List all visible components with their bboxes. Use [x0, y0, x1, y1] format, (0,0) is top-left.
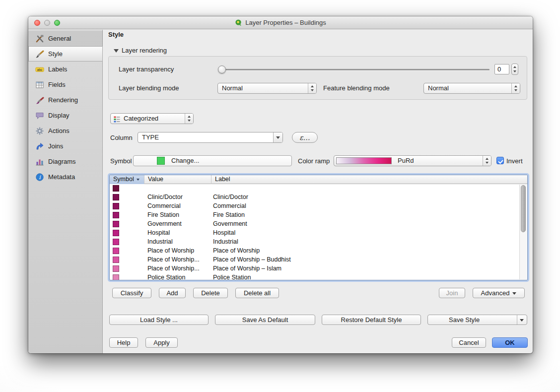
join-button[interactable]: Join: [439, 288, 465, 298]
class-label: Government: [213, 220, 247, 227]
class-label: Commercial: [213, 202, 246, 209]
transparency-value-field[interactable]: 0: [494, 64, 509, 74]
class-color-swatch[interactable]: [113, 221, 119, 227]
load-style-button[interactable]: Load Style ...: [109, 315, 209, 325]
symbol-change-label: Change...: [171, 156, 199, 166]
class-color-swatch[interactable]: [113, 257, 119, 263]
color-ramp-dropdown[interactable]: PuRd: [334, 155, 491, 166]
sidebar-item-fields[interactable]: Fields: [28, 77, 103, 92]
classes-table[interactable]: Symbol Value Label Clinic/Doctor Clinic/…: [109, 175, 528, 280]
transparency-slider-handle[interactable]: [218, 65, 226, 73]
table-row[interactable]: Industrial Industrial: [110, 238, 519, 247]
table-row[interactable]: Place of Worship... Place of Worship – B…: [110, 256, 519, 264]
delete-all-button[interactable]: Delete all: [235, 288, 279, 298]
expression-builder-button[interactable]: ε…: [292, 132, 318, 143]
sidebar-item-actions[interactable]: Actions: [28, 123, 103, 138]
table-row[interactable]: Place of Worship Place of Worship: [110, 247, 519, 256]
close-button[interactable]: [34, 20, 40, 26]
feature-blending-dropdown[interactable]: Normal: [423, 83, 520, 94]
label-column-header[interactable]: Label: [211, 175, 520, 184]
sidebar-item-label: Diagrams: [48, 158, 76, 165]
layer-rendering-title[interactable]: Layer rendering: [122, 47, 167, 54]
save-style-button[interactable]: Save Style: [427, 315, 527, 325]
table-row[interactable]: Place of Worship... Place of Worship – I…: [110, 264, 519, 273]
save-as-default-button[interactable]: Save As Default: [215, 315, 315, 325]
title-bar[interactable]: Layer Properties – Buildings: [28, 16, 533, 29]
rendering-brush-icon: [35, 95, 44, 105]
table-row[interactable]: Fire Station Fire Station: [110, 211, 519, 220]
table-row[interactable]: Clinic/Doctor Clinic/Doctor: [110, 193, 519, 202]
class-color-swatch[interactable]: [113, 212, 119, 218]
classify-button[interactable]: Classify: [112, 288, 151, 298]
class-label: Police Station: [213, 274, 251, 280]
transparency-stepper[interactable]: [511, 64, 518, 75]
add-button[interactable]: Add: [159, 288, 186, 298]
sidebar-item-label: Rendering: [48, 96, 78, 104]
sidebar-item-display[interactable]: Display: [28, 108, 103, 123]
save-style-menu-arrow[interactable]: [517, 315, 527, 325]
class-color-swatch[interactable]: [113, 203, 119, 209]
scrollbar-thumb[interactable]: [521, 185, 526, 232]
class-value: Commercial: [147, 202, 181, 209]
symbol-change-button[interactable]: Change...: [133, 155, 292, 166]
layer-blending-label: Layer blending mode: [119, 84, 179, 92]
sidebar-item-diagrams[interactable]: Diagrams: [28, 154, 103, 169]
minimize-button[interactable]: [44, 20, 50, 26]
gear-icon: [35, 126, 44, 135]
class-color-swatch[interactable]: [113, 239, 119, 245]
zoom-button[interactable]: [54, 20, 60, 26]
classes-table-header: Symbol Value Label: [110, 175, 527, 184]
column-combobox[interactable]: TYPE: [138, 132, 283, 143]
class-color-swatch[interactable]: [113, 265, 119, 272]
restore-default-style-button[interactable]: Restore Default Style: [322, 315, 421, 325]
renderer-type-dropdown[interactable]: Categorized: [110, 113, 194, 124]
sidebar-item-label: Display: [48, 112, 70, 119]
cancel-button[interactable]: Cancel: [452, 337, 486, 348]
color-ramp-preview: [336, 157, 392, 164]
value-column-header[interactable]: Value: [144, 175, 211, 184]
sidebar-item-rendering[interactable]: Rendering: [28, 92, 103, 108]
symbol-column-header[interactable]: Symbol: [110, 175, 144, 184]
sidebar-item-metadata[interactable]: i Metadata: [28, 169, 103, 185]
disclosure-triangle-icon[interactable]: [114, 49, 119, 53]
chevron-down-icon: [520, 319, 524, 322]
class-value: Hospital: [147, 229, 170, 236]
class-value: Place of Worship...: [147, 265, 200, 272]
invert-checkbox[interactable]: [496, 157, 504, 164]
class-color-swatch[interactable]: [113, 230, 119, 236]
step-up-icon: [513, 66, 516, 68]
sidebar-item-style[interactable]: Style: [28, 46, 103, 62]
table-row[interactable]: Government Government: [110, 220, 519, 229]
dropdown-arrows-icon: [483, 156, 491, 166]
class-color-swatch[interactable]: [113, 194, 119, 200]
table-row[interactable]: Police Station Police Station: [110, 273, 519, 280]
table-row[interactable]: [110, 184, 519, 193]
bar-chart-icon: [35, 157, 44, 166]
step-down-icon: [513, 70, 516, 72]
delete-button[interactable]: Delete: [193, 288, 228, 298]
class-color-swatch[interactable]: [113, 185, 119, 192]
class-value: Government: [147, 220, 182, 227]
layer-blending-dropdown[interactable]: Normal: [217, 83, 317, 94]
apply-button[interactable]: Apply: [145, 337, 178, 348]
advanced-button[interactable]: Advanced: [473, 288, 525, 298]
vertical-scrollbar[interactable]: [519, 185, 527, 279]
table-row[interactable]: Hospital Hospital: [110, 229, 519, 238]
combobox-arrow-icon[interactable]: [273, 132, 282, 142]
class-color-swatch[interactable]: [113, 274, 119, 280]
help-button[interactable]: Help: [109, 337, 138, 348]
sidebar-item-general[interactable]: General: [28, 31, 103, 46]
transparency-slider[interactable]: [219, 69, 490, 70]
sidebar-item-labels[interactable]: abc Labels: [28, 62, 103, 77]
invert-label[interactable]: Invert: [506, 157, 523, 165]
sidebar-item-label: Labels: [48, 65, 67, 73]
qgis-icon: [235, 19, 242, 26]
sidebar-item-joins[interactable]: Joins: [28, 138, 103, 154]
table-row[interactable]: Commercial Commercial: [110, 202, 519, 211]
class-color-swatch[interactable]: [113, 248, 119, 254]
ok-button[interactable]: OK: [492, 337, 528, 348]
advanced-label: Advanced: [481, 289, 510, 297]
class-value: Police Station: [147, 274, 185, 280]
table-icon: [35, 80, 44, 89]
sidebar-item-label: Metadata: [48, 173, 75, 181]
